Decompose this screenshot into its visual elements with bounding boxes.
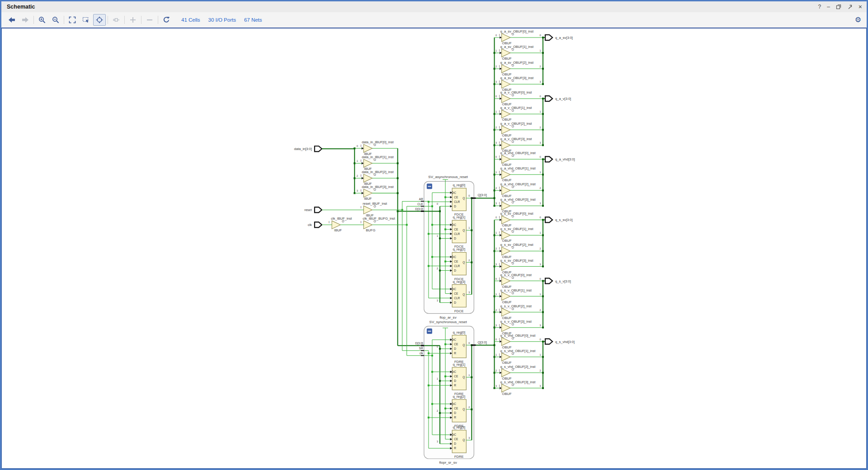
obuf-cell[interactable] <box>502 155 510 163</box>
bit-index: 1 <box>539 293 541 296</box>
zoom-fit-button[interactable] <box>66 14 79 26</box>
help-icon[interactable]: ? <box>818 4 821 9</box>
data-in-bus[interactable] <box>322 149 354 193</box>
output-port[interactable] <box>545 217 552 222</box>
register-pin-label: R <box>454 416 456 419</box>
wire-arrowhead <box>500 371 502 374</box>
bufg-cell[interactable] <box>363 221 372 229</box>
junction-dot <box>431 205 433 207</box>
pin-i-label: I <box>499 324 500 327</box>
input-port[interactable] <box>315 222 322 227</box>
obuf-cell[interactable] <box>502 49 510 57</box>
zoom-out-button[interactable] <box>49 14 62 26</box>
input-port[interactable] <box>315 207 322 212</box>
junction-dot <box>542 387 544 389</box>
bit-index: 0 <box>468 194 470 197</box>
obuf-cell[interactable] <box>502 170 510 179</box>
obuf-cell[interactable] <box>502 369 510 377</box>
pin-i-label: I <box>499 216 500 219</box>
register-inst-label: q_reg[0] <box>453 183 465 187</box>
bit-index: 1 <box>539 231 541 234</box>
minimize-icon[interactable]: – <box>827 4 830 9</box>
cell-inst-label: q_s_v_OBUF[1]_inst <box>500 288 532 292</box>
obuf-cell[interactable] <box>502 308 510 316</box>
obuf-cell[interactable] <box>502 324 510 332</box>
block-title: SV_asynchronous_reset <box>428 175 468 179</box>
nets-link[interactable]: 67 Nets <box>244 17 262 23</box>
ibuf-cell[interactable] <box>363 174 372 182</box>
cell-inst-label: q_s_sv_OBUF[0]_inst <box>500 212 534 216</box>
bit-index: 1 <box>495 353 497 356</box>
cells-link[interactable]: 41 Cells <box>181 17 200 23</box>
ibuf-cell[interactable] <box>332 221 340 229</box>
obuf-cell[interactable] <box>502 338 510 346</box>
junction-dot <box>439 412 441 414</box>
output-port[interactable] <box>545 156 552 162</box>
obuf-cell[interactable] <box>502 216 510 224</box>
block-out-label: Q[3:0] <box>477 340 486 344</box>
output-port[interactable] <box>545 278 552 284</box>
expand-cone-button <box>110 14 123 26</box>
toolbar-separator <box>158 16 158 24</box>
obuf-cell[interactable] <box>502 277 510 285</box>
close-icon[interactable]: × <box>859 4 862 10</box>
obuf-cell[interactable] <box>502 80 510 88</box>
io-ports-link[interactable]: 30 I/O Ports <box>208 17 236 23</box>
output-port[interactable] <box>545 96 552 101</box>
obuf-cell[interactable] <box>502 141 510 149</box>
wire-arrowhead <box>500 98 502 100</box>
ibuf-cell[interactable] <box>363 189 372 197</box>
obuf-cell[interactable] <box>502 65 510 73</box>
pin-i-label: I <box>499 247 500 250</box>
register-pin-label: CLR <box>454 200 460 203</box>
regenerate-layout-button[interactable] <box>160 14 173 26</box>
register-pin-label: Q <box>462 229 465 232</box>
float-icon[interactable] <box>836 4 841 9</box>
junction-dot <box>428 417 429 418</box>
bit-index: 3 <box>468 291 470 294</box>
zoom-to-selection-button[interactable] <box>80 14 92 26</box>
obuf-cell[interactable] <box>502 186 510 194</box>
wire-arrowhead <box>362 162 364 164</box>
bit-index: 1 <box>437 235 438 237</box>
output-port[interactable] <box>545 35 552 40</box>
obuf-cell[interactable] <box>502 110 510 118</box>
window-controls: ? – × <box>818 4 867 10</box>
ibuf-cell[interactable] <box>363 206 372 214</box>
register-pin-label: CE <box>454 437 458 441</box>
obuf-cell[interactable] <box>502 263 510 271</box>
obuf-cell[interactable] <box>502 231 510 239</box>
obuf-cell[interactable] <box>502 247 510 255</box>
register-pin-label: Q <box>462 376 465 379</box>
obuf-cell[interactable] <box>502 126 510 134</box>
settings-gear-icon[interactable]: ⚙ <box>855 16 861 24</box>
bit-index: 3 <box>437 299 438 302</box>
input-port[interactable] <box>315 146 322 151</box>
zoom-in-button[interactable] <box>36 14 48 26</box>
schematic-canvas[interactable]: data_in[3:0]resetclk0IOdata_in_IBUF[0]_i… <box>2 28 866 468</box>
obuf-cell[interactable] <box>502 202 510 210</box>
junction-dot <box>542 205 544 207</box>
junction-dot <box>542 83 544 85</box>
cell-type-label: OBUF <box>502 56 512 61</box>
back-button[interactable] <box>5 14 18 26</box>
wire-arrowhead <box>500 205 502 207</box>
obuf-cell[interactable] <box>502 292 510 301</box>
ibuf-cell[interactable] <box>363 144 372 152</box>
junction-dot <box>542 129 544 131</box>
bit-index: 2 <box>539 65 541 68</box>
obuf-cell[interactable] <box>502 94 510 103</box>
cell-inst-label: q_a_sv_OBUF[0]_inst <box>500 29 534 33</box>
output-port[interactable] <box>545 339 552 344</box>
bit-index: 3 <box>357 189 358 192</box>
obuf-cell[interactable] <box>502 384 510 392</box>
obuf-cell[interactable] <box>502 353 510 361</box>
ibuf-cell[interactable] <box>363 159 372 167</box>
autofit-selection-button[interactable] <box>93 14 106 26</box>
bit-index: 0 <box>468 342 470 344</box>
wire-arrowhead <box>362 192 364 194</box>
junction-dot <box>542 296 544 297</box>
maximize-icon[interactable] <box>847 4 853 9</box>
register-pin-label: CE <box>454 196 458 199</box>
obuf-cell[interactable] <box>502 33 510 42</box>
